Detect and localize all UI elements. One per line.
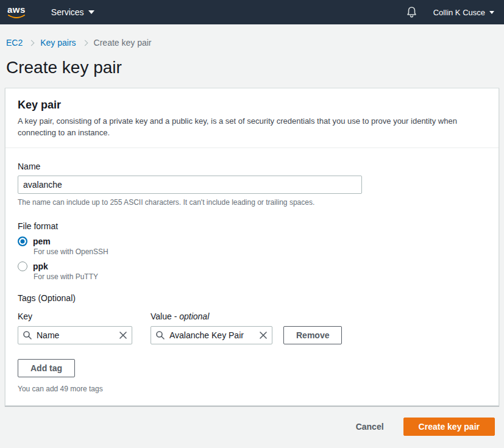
breadcrumb-ec2[interactable]: EC2 <box>6 38 23 48</box>
radio-selected-icon[interactable] <box>18 236 27 246</box>
clear-key-icon[interactable] <box>118 330 129 341</box>
tags-section-label: Tags (Optional) <box>18 293 486 303</box>
breadcrumb-chevron-icon <box>29 40 35 46</box>
tag-key-input[interactable] <box>18 326 132 344</box>
name-field-hint: The name can include up to 255 ASCII cha… <box>18 198 486 207</box>
tag-value-label: Value - optional <box>151 311 272 321</box>
radio-pem-description: For use with OpenSSH <box>34 247 486 256</box>
radio-option-pem[interactable]: pem <box>18 236 486 246</box>
radio-pem-label: pem <box>33 236 51 246</box>
breadcrumb-current-page: Create key pair <box>94 38 152 48</box>
user-name: Collin K Cusce <box>433 8 485 17</box>
breadcrumb-chevron-icon <box>82 40 88 46</box>
radio-ppk-label: ppk <box>33 261 48 271</box>
file-format-label: File format <box>18 221 486 231</box>
tags-remaining-hint: You can add 49 more tags <box>18 385 486 393</box>
tag-row: Key <box>18 311 486 344</box>
services-menu[interactable]: Services <box>51 7 94 17</box>
top-navigation-bar: aws Services Collin K Cusce <box>0 0 504 24</box>
card-body: Name The name can include up to 255 ASCI… <box>5 148 499 405</box>
name-field-group: Name The name can include up to 255 ASCI… <box>18 162 486 207</box>
create-key-pair-button[interactable]: Create key pair <box>403 418 495 436</box>
tag-value-input[interactable] <box>151 326 272 344</box>
clear-value-icon[interactable] <box>258 330 269 341</box>
aws-logo-text: aws <box>7 5 26 14</box>
tag-key-label: Key <box>18 311 132 321</box>
aws-smile-icon <box>8 15 25 20</box>
tag-key-input-wrapper <box>18 326 132 344</box>
tag-key-column: Key <box>18 311 132 344</box>
key-pair-name-input[interactable] <box>18 176 362 194</box>
breadcrumb-key-pairs[interactable]: Key pairs <box>40 38 76 48</box>
breadcrumb: EC2 Key pairs Create key pair <box>6 38 504 48</box>
radio-unselected-icon[interactable] <box>18 261 27 271</box>
add-tag-button[interactable]: Add tag <box>18 359 75 377</box>
caret-down-icon <box>489 11 494 14</box>
file-format-group: File format pem For use with OpenSSH ppk… <box>18 221 486 281</box>
radio-ppk-description: For use with PuTTY <box>34 272 486 281</box>
name-field-label: Name <box>18 162 486 171</box>
cancel-button[interactable]: Cancel <box>356 422 384 432</box>
user-account-menu[interactable]: Collin K Cusce <box>433 8 494 17</box>
page-title: Create key pair <box>6 58 504 77</box>
card-title: Key pair <box>18 99 486 112</box>
aws-logo[interactable]: aws <box>7 5 26 20</box>
tag-value-input-wrapper <box>151 326 272 344</box>
notifications-bell-icon[interactable] <box>406 6 417 18</box>
caret-down-icon <box>88 10 94 14</box>
services-menu-label: Services <box>51 7 84 17</box>
remove-tag-button[interactable]: Remove <box>283 326 342 344</box>
radio-option-ppk[interactable]: ppk <box>18 261 486 271</box>
card-description: A key pair, consisting of a private key … <box>18 115 486 138</box>
tag-value-column: Value - optional <box>151 311 272 344</box>
key-pair-form-card: Key pair A key pair, consisting of a pri… <box>5 88 499 406</box>
form-actions: Cancel Create key pair <box>0 406 504 436</box>
tags-section: Tags (Optional) Key <box>18 293 486 393</box>
card-header: Key pair A key pair, consisting of a pri… <box>5 88 499 148</box>
